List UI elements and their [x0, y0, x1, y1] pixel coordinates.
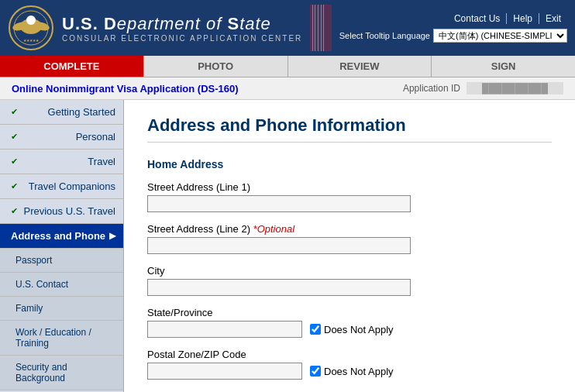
sidebar-item-travel-companions[interactable]: Travel Companions	[0, 174, 123, 199]
nav-tabs: COMPLETE PHOTO REVIEW SIGN	[0, 56, 575, 77]
sidebar-item-address-phone[interactable]: Address and Phone ▶	[0, 224, 123, 249]
sidebar-label-work-education: Work / Education / Training	[15, 327, 115, 349]
tab-complete[interactable]: COMPLETE	[0, 56, 144, 77]
street2-optional: *Optional	[253, 223, 294, 235]
state-row: Does Not Apply	[147, 321, 552, 338]
chevron-right-icon: ▶	[109, 231, 115, 241]
sidebar-label-family: Family	[15, 303, 43, 314]
sidebar-item-security[interactable]: Security and Background	[0, 356, 123, 390]
tab-review[interactable]: REVIEW	[288, 56, 432, 77]
application-id-section: Application ID ██████████	[403, 82, 563, 95]
sidebar-label-getting-started: Getting Started	[48, 106, 115, 118]
exit-link[interactable]: Exit	[539, 13, 567, 24]
page-title: Address and Phone Information	[147, 115, 552, 143]
street1-group: Street Address (Line 1)	[147, 181, 552, 212]
sidebar-item-family[interactable]: Family	[0, 297, 123, 321]
postal-does-not-apply-checkbox[interactable]	[310, 366, 321, 377]
sidebar-item-us-contact[interactable]: U.S. Contact	[0, 273, 123, 297]
form-link[interactable]: Online Nonimmigrant Visa Application (DS…	[12, 83, 239, 95]
app-id-bar: Online Nonimmigrant Visa Application (DS…	[0, 77, 575, 100]
svg-point-3	[26, 15, 36, 25]
sidebar-label-us-contact: U.S. Contact	[15, 279, 68, 290]
sidebar-item-previous-us-travel[interactable]: Previous U.S. Travel	[0, 199, 123, 224]
app-id-value: ██████████	[467, 82, 563, 95]
app-id-label: Application ID	[403, 83, 460, 94]
sidebar: Getting Started Personal Travel Travel C…	[0, 100, 124, 392]
postal-row: Does Not Apply	[147, 363, 552, 380]
postal-does-not-apply-label: Does Not Apply	[310, 366, 394, 377]
sidebar-label-passport: Passport	[15, 255, 52, 266]
sidebar-label-previous-us-travel: Previous U.S. Travel	[24, 205, 116, 217]
language-dropdown[interactable]: 中文(简体) (CHINESE-SIMPLI	[433, 29, 567, 43]
street2-group: Street Address (Line 2) *Optional	[147, 223, 552, 254]
state-label: State/Province	[147, 307, 552, 318]
street2-label-text: Street Address (Line 2)	[147, 223, 250, 235]
flag-decoration	[310, 5, 331, 51]
language-selector: Select Tooltip Language 中文(简体) (CHINESE-…	[339, 29, 567, 43]
tab-photo[interactable]: PHOTO	[144, 56, 288, 77]
sidebar-item-travel[interactable]: Travel	[0, 150, 123, 174]
street2-label: Street Address (Line 2) *Optional	[147, 223, 552, 235]
postal-group: Postal Zone/ZIP Code Does Not Apply	[147, 349, 552, 380]
svg-text:★★★★★: ★★★★★	[23, 38, 40, 43]
department-seal: ★★★★★	[8, 5, 54, 51]
city-input[interactable]	[147, 279, 411, 296]
street1-label: Street Address (Line 1)	[147, 181, 552, 193]
state-does-not-apply-checkbox[interactable]	[310, 324, 321, 335]
header-controls: Contact Us Help Exit Select Tooltip Lang…	[339, 13, 567, 43]
content-area: Address and Phone Information Home Addre…	[124, 100, 575, 392]
header: ★★★★★ U.S. Department of State CONSULAR …	[0, 0, 575, 56]
tab-sign[interactable]: SIGN	[432, 56, 575, 77]
sidebar-label-travel-companions: Travel Companions	[29, 181, 115, 192]
state-group: State/Province Does Not Apply	[147, 307, 552, 338]
street2-input[interactable]	[147, 237, 411, 254]
sidebar-item-work-education[interactable]: Work / Education / Training	[0, 321, 123, 356]
postal-input[interactable]	[147, 363, 302, 380]
sidebar-label-address-phone: Address and Phone	[11, 230, 105, 242]
help-link[interactable]: Help	[506, 13, 539, 24]
city-group: City	[147, 265, 552, 296]
sidebar-label-personal: Personal	[76, 131, 115, 143]
section-title-home-address: Home Address	[147, 158, 552, 170]
city-label: City	[147, 265, 552, 277]
postal-label: Postal Zone/ZIP Code	[147, 349, 552, 360]
state-does-not-apply-label: Does Not Apply	[310, 324, 394, 335]
top-links: Contact Us Help Exit	[448, 13, 567, 24]
sidebar-item-getting-started[interactable]: Getting Started	[0, 100, 123, 125]
state-input[interactable]	[147, 321, 302, 338]
main-layout: Getting Started Personal Travel Travel C…	[0, 100, 575, 392]
site-title: U.S. Department of State CONSULAR ELECTR…	[62, 14, 302, 43]
tooltip-lang-label: Select Tooltip Language	[339, 31, 430, 40]
postal-does-not-apply-text: Does Not Apply	[324, 366, 394, 377]
state-does-not-apply-text: Does Not Apply	[324, 324, 394, 335]
sidebar-label-security: Security and Background	[15, 362, 115, 383]
street1-input[interactable]	[147, 195, 411, 212]
contact-us-link[interactable]: Contact Us	[448, 13, 506, 24]
sidebar-item-personal[interactable]: Personal	[0, 125, 123, 150]
sidebar-label-travel: Travel	[88, 156, 115, 167]
sidebar-item-passport[interactable]: Passport	[0, 249, 123, 273]
